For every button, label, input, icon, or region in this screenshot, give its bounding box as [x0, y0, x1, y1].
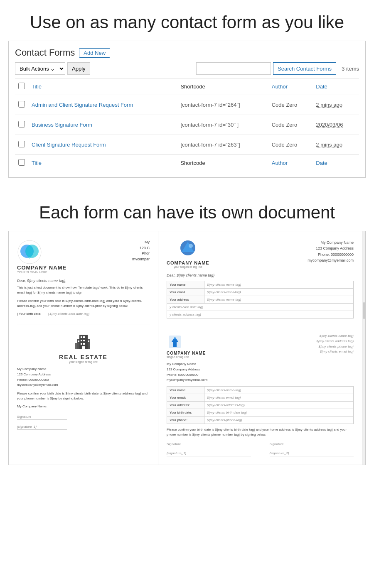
doc2-s2-slogan: slogan or tag line [167, 355, 206, 358]
tf-checkbox [15, 155, 28, 172]
author-text: Code Zero [272, 102, 297, 108]
row-shortcode: [contact-form-7 id="30" ] [177, 115, 268, 135]
company-slogan: YOUR SLOGAN HERE [17, 271, 47, 274]
doc2-greeting: Dear, ${my clients name tag} [167, 273, 354, 277]
svg-rect-13 [82, 346, 85, 349]
scroll-thumb[interactable] [363, 302, 365, 319]
doc-table2-row: Your email:${my-clients-email-tag} [167, 394, 354, 402]
select-all-checkbox-bottom[interactable] [18, 159, 25, 166]
re-body-text: Please confirm your birth date is ${my-c… [17, 391, 150, 401]
doc1-body1: This is just a test document to show how… [17, 285, 150, 295]
doc2-signatures: Signature {signature_1} Signature {signa… [167, 442, 354, 456]
date-text: 2020/03/06 [316, 122, 343, 128]
cf-toolbar: Bulk Actions ⌄ Apply Search Contact Form… [15, 62, 359, 75]
row-select-checkbox[interactable] [18, 141, 25, 147]
document-left: COMPANY NAME YOUR SLOGAN HERE My 123 C P… [9, 231, 158, 465]
row-title: Client Signature Request Form [28, 135, 177, 155]
row-title: Business Signature Form [28, 115, 177, 135]
search-input[interactable] [196, 62, 271, 75]
doc-table2-row: Your address:${my-clients-address-tag} [167, 402, 354, 409]
th-date[interactable]: Date [312, 78, 359, 95]
building-icon [73, 331, 94, 351]
doc2-company-slogan: your slogan or tag line [174, 265, 202, 268]
doc2-sig2: Signature {signature_2} [270, 442, 354, 456]
svg-rect-4 [77, 339, 79, 349]
row-shortcode: [contact-form-7 id="264"] [177, 95, 268, 115]
doc2-value-cell: ${my-clients-email-tag} [204, 394, 354, 402]
form-title-link[interactable]: Client Signature Request Form [32, 142, 106, 148]
author-text: Code Zero [272, 142, 297, 148]
row-shortcode: [contact-form-7 id="263"] [177, 135, 268, 155]
row-select-checkbox[interactable] [18, 121, 25, 127]
doc2-label-cell: Your phone: [167, 416, 204, 424]
row-date: 2 mins ago [312, 135, 359, 155]
doc2-sig1: Signature {signature_1} [167, 442, 251, 456]
company2-logo-icon [177, 240, 198, 260]
row-author: Code Zero [268, 95, 313, 115]
tf-author[interactable]: Author [268, 155, 313, 172]
company-logo-icon [17, 240, 42, 265]
doc2-logo: COMPANY NAME your slogan or tag line [167, 240, 209, 268]
cf-panel-title: Contact Forms [15, 47, 75, 58]
doc2-table2: Your name:${my-clients-name-tag}Your ema… [167, 386, 354, 424]
row-date: 2020/03/06 [312, 115, 359, 135]
search-button[interactable]: Search Contact Forms [273, 62, 336, 75]
scroll-bar[interactable] [362, 231, 365, 465]
doc2-s2-company-info: My Company Name 123 Company Address Phon… [167, 362, 354, 383]
re-logo-area: REAL ESTATE your slogan or tag line [17, 331, 150, 363]
document-right: COMPANY NAME your slogan or tag line My … [158, 231, 362, 465]
doc1-field1: | Your birth date: | ${my-clients-birth-… [17, 312, 150, 316]
apply-button[interactable]: Apply [67, 62, 90, 75]
doc2-s2-logo: COMPANY NAME slogan or tag line [167, 333, 206, 358]
re-sig1-placeholder: {signature_1} [17, 425, 67, 430]
svg-rect-12 [83, 343, 85, 345]
form-title-link[interactable]: Admin and Client Signature Request Form [32, 102, 133, 108]
form-title-link[interactable]: Business Signature Form [32, 122, 92, 128]
doc2-section2: COMPANY NAME slogan or tag line ${my-cli… [167, 327, 354, 456]
date-text: 2 mins ago [316, 142, 342, 148]
doc2-label-cell: Your name: [167, 387, 204, 394]
re-slogan: your slogan or tag line [17, 360, 150, 363]
doc-value-cell: ${my-clients-name-tag} [204, 296, 354, 304]
doc2-sig1-label: Signature [167, 442, 251, 447]
doc2-sig2-label: Signature [270, 442, 354, 447]
svg-rect-14 [78, 341, 79, 342]
svg-rect-6 [75, 343, 77, 349]
shortcode-text: [contact-form-7 id="30" ] [180, 122, 239, 128]
contact-forms-panel: Contact Forms Add New Bulk Actions ⌄ App… [8, 41, 366, 178]
doc2-s2-header: COMPANY NAME slogan or tag line ${my-cli… [167, 333, 354, 358]
add-new-button[interactable]: Add New [79, 48, 110, 58]
cf-header: Contact Forms Add New [15, 47, 359, 58]
doc-table-row: Your address${my-clients-name-tag} [167, 296, 354, 304]
th-title[interactable]: Title [28, 78, 177, 95]
doc-table2-row: Your birth date:${my-clients-birth-date-… [167, 409, 354, 416]
doc-table-row: y clients-address tag} [167, 311, 354, 318]
doc-full-row: y clients-birth date tag} [167, 304, 354, 311]
company-address: My 123 C Phor mycompar [132, 240, 150, 262]
th-author[interactable]: Author [268, 78, 313, 95]
select-all-checkbox[interactable] [18, 83, 25, 89]
company-logo-area: COMPANY NAME YOUR SLOGAN HERE [17, 240, 66, 274]
svg-rect-7 [81, 336, 82, 338]
bulk-actions-select[interactable]: Bulk Actions ⌄ [15, 62, 65, 75]
svg-rect-11 [81, 343, 82, 345]
svg-rect-8 [83, 336, 85, 338]
svg-rect-15 [88, 341, 89, 342]
doc-table2-row: Your name:${my-clients-name-tag} [167, 387, 354, 394]
tf-title[interactable]: Title [28, 155, 177, 172]
contact-forms-table: Title Shortcode Author Date Admin and Cl… [15, 78, 359, 171]
table-header-row: Title Shortcode Author Date [15, 78, 359, 95]
re-sig1-label: Signature [17, 415, 67, 420]
cf-toolbar-left: Bulk Actions ⌄ Apply [15, 62, 90, 75]
documents-panel: COMPANY NAME YOUR SLOGAN HERE My 123 C P… [8, 231, 366, 465]
tf-shortcode: Shortcode [177, 155, 268, 172]
documents-main: COMPANY NAME YOUR SLOGAN HERE My 123 C P… [9, 231, 365, 465]
svg-point-18 [189, 244, 193, 248]
doc2-address: My Company Name 123 Company Address Phon… [308, 240, 354, 264]
table-footer-row: Title Shortcode Author Date [15, 155, 359, 172]
tf-date[interactable]: Date [312, 155, 359, 172]
row-author: Code Zero [268, 115, 313, 135]
doc2-s2-address: ${my-clients-name-tag} ${my clients addr… [317, 333, 354, 355]
row-select-checkbox[interactable] [18, 101, 25, 108]
doc-label-cell: Your name [167, 281, 204, 289]
